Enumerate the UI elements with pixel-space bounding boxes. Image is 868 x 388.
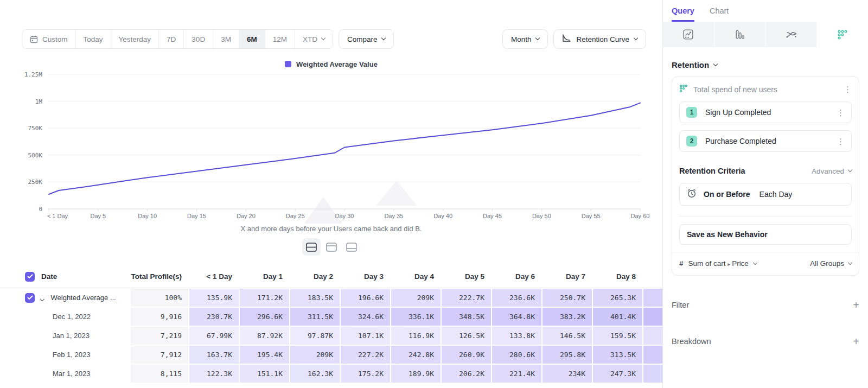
overflow-cell <box>643 326 663 345</box>
tab-query[interactable]: Query <box>672 7 694 22</box>
measure-dropdown[interactable]: Sum of cart ▸ Price <box>688 259 749 268</box>
svg-text:Day 60: Day 60 <box>631 213 650 219</box>
chevron-down-icon <box>381 36 386 40</box>
range-custom[interactable]: Custom <box>22 30 76 48</box>
layout-chart-icon[interactable] <box>322 238 341 256</box>
step-1[interactable]: 1 Sign Up Completed ⋮ <box>679 101 852 123</box>
bar-chart-icon[interactable] <box>714 22 766 47</box>
range-3m[interactable]: 3M <box>213 30 239 48</box>
chevron-down-icon <box>713 61 718 66</box>
row-checkbox[interactable] <box>25 293 35 303</box>
row-label-cell: Mar 1, 2023 <box>0 364 130 383</box>
kebab-menu-icon[interactable]: ⋮ <box>837 109 845 117</box>
groups-dropdown[interactable]: All Groups <box>810 259 852 268</box>
criteria-mode-label: Advanced <box>812 167 844 175</box>
chevron-down-icon <box>634 36 638 40</box>
retention-value-cell: 97.87K <box>290 326 340 345</box>
step-2[interactable]: 2 Purchase Completed ⋮ <box>679 130 852 152</box>
retention-dots-icon[interactable] <box>817 22 868 47</box>
range-group: CustomTodayYesterday7D30D3M6M12MXTD <box>22 29 333 49</box>
svg-text:250K: 250K <box>28 179 43 186</box>
range-30d[interactable]: 30D <box>184 30 213 48</box>
svg-text:Day 55: Day 55 <box>582 213 601 219</box>
retention-value-cell: 196.6K <box>340 288 391 307</box>
compare-button[interactable]: Compare <box>339 29 394 49</box>
profiles-cell: 100% <box>130 288 189 307</box>
range-7d[interactable]: 7D <box>159 30 184 48</box>
table-header-profiles: Total Profile(s) <box>130 265 189 288</box>
svg-text:500K: 500K <box>28 152 43 159</box>
kebab-menu-icon[interactable]: ⋮ <box>837 137 845 145</box>
retention-value-cell: 247.3K <box>592 364 643 383</box>
retention-value-cell: 183.5K <box>290 288 340 307</box>
retention-value-cell: 162.3K <box>290 364 340 383</box>
table-header-day: Day 2 <box>290 265 340 288</box>
overflow-cell <box>643 288 663 307</box>
retention-value-cell: 227.2K <box>340 345 391 364</box>
table-row: Jan 1, 20237,21967.99K87.92K97.87K107.1K… <box>0 326 662 345</box>
chevron-down-icon <box>535 36 540 40</box>
layout-table-icon[interactable] <box>342 238 361 256</box>
svg-text:Day 30: Day 30 <box>335 213 354 219</box>
step-label: Purchase Completed <box>705 137 776 145</box>
range-yesterday[interactable]: Yesterday <box>111 30 159 48</box>
retention-value-cell: 163.7K <box>189 345 239 364</box>
step-number-badge: 1 <box>686 107 697 118</box>
profiles-cell: 7,912 <box>130 345 189 364</box>
layout-split-icon[interactable] <box>302 238 321 256</box>
measure-label: Sum of cart <box>688 259 726 268</box>
retention-table: DateTotal Profile(s)< 1 DayDay 1Day 2Day… <box>0 265 662 383</box>
table-row: Mar 1, 20238,115122.3K151.1K162.3K175.2K… <box>0 364 662 383</box>
arrow-right-icon: ▸ <box>727 261 732 267</box>
range-xtd[interactable]: XTD <box>295 30 333 48</box>
alarm-clock-icon <box>686 188 697 201</box>
range-6m[interactable]: 6M <box>239 30 265 48</box>
range-today[interactable]: Today <box>76 30 111 48</box>
kebab-menu-icon[interactable]: ⋮ <box>844 85 852 93</box>
divider <box>679 216 852 217</box>
profiles-cell: 9,916 <box>130 307 189 326</box>
retention-value-cell: 348.5K <box>441 307 492 326</box>
svg-text:Day 50: Day 50 <box>532 213 551 219</box>
select-all-checkbox[interactable] <box>25 272 35 282</box>
table-header-row: DateTotal Profile(s)< 1 DayDay 1Day 2Day… <box>0 265 662 288</box>
retention-value-cell: 311.5K <box>290 307 340 326</box>
granularity-button[interactable]: Month <box>502 29 548 49</box>
svg-text:750K: 750K <box>28 125 43 132</box>
watermark-triangle <box>376 181 417 206</box>
table-header-day: Day 8 <box>592 265 643 288</box>
retention-line <box>49 103 640 194</box>
row-label-cell: Feb 1, 2023 <box>0 345 130 364</box>
save-as-new-behavior-button[interactable]: Save as New Behavior <box>679 224 852 245</box>
metric-selector[interactable]: Retention <box>672 60 859 69</box>
profiles-cell: 7,219 <box>130 326 189 345</box>
retention-value-cell: 159.5K <box>592 326 643 345</box>
chevron-down-icon <box>321 36 326 40</box>
range-12m[interactable]: 12M <box>265 30 295 48</box>
chart-area: 0250K500K750K1M1.25M< 1 DayDay 5Day 10Da… <box>0 71 662 224</box>
retention-value-cell: 265.3K <box>592 288 643 307</box>
granularity-label: Month <box>511 35 532 43</box>
legend-item[interactable]: Weighted Average Value <box>285 60 378 68</box>
expand-chevron-icon[interactable] <box>41 294 44 302</box>
retention-value-cell: 67.99K <box>189 326 239 345</box>
insights-chart-icon[interactable] <box>663 22 714 47</box>
add-filter-button[interactable]: + <box>853 300 859 310</box>
timing-selector[interactable]: On or Before Each Day <box>679 183 852 206</box>
retention-value-cell: 189.9K <box>391 364 441 383</box>
add-breakdown-button[interactable]: + <box>853 336 859 347</box>
chart-type-button[interactable]: Retention Curve <box>553 29 646 49</box>
legend-swatch <box>285 61 291 67</box>
retention-value-cell: 195.4K <box>239 345 290 364</box>
table-header-day: Day 3 <box>340 265 391 288</box>
svg-text:Day 5: Day 5 <box>90 213 106 219</box>
criteria-mode-dropdown[interactable]: Advanced <box>812 167 852 175</box>
groups-label: All Groups <box>810 259 844 268</box>
row-label-cell: Dec 1, 2022 <box>0 307 130 326</box>
table-header-day: Day 1 <box>239 265 290 288</box>
toolbar: CustomTodayYesterday7D30D3M6M12MXTD Comp… <box>22 29 646 49</box>
table-header-day: Day 7 <box>542 265 592 288</box>
tab-chart[interactable]: Chart <box>710 7 729 22</box>
table-row: Weighted Average ...100%135.9K171.2K183.… <box>0 288 662 307</box>
flow-chart-icon[interactable] <box>766 22 818 47</box>
